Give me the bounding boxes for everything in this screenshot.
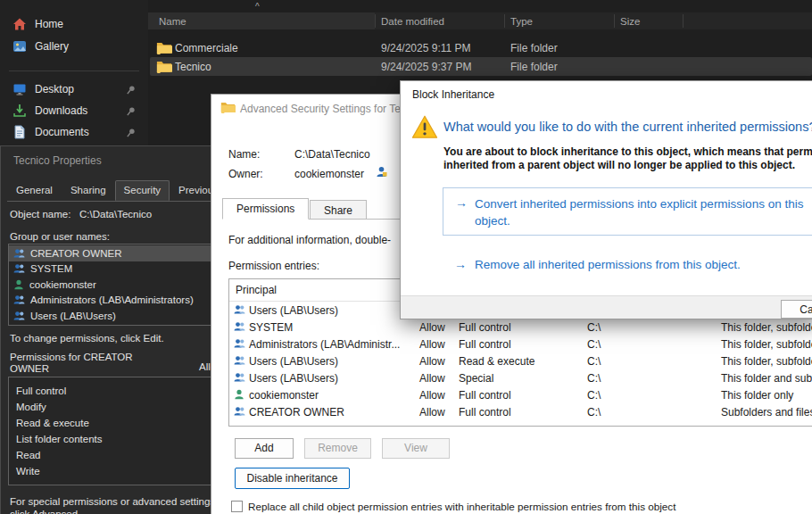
permission-label: Read & execute	[16, 418, 89, 428]
sidebar-item-label: Gallery	[35, 40, 69, 53]
pin-icon	[126, 128, 136, 137]
entry-type: Allow	[419, 338, 445, 351]
file-row-tecnico[interactable]: Tecnico 9/24/2025 9:37 PM File folder	[150, 57, 812, 76]
permission-entry-row[interactable]: CREATOR OWNER Allow Full control C:\ Sub…	[229, 403, 812, 420]
user-icon	[13, 279, 24, 290]
list-item-label: Administrators (LAB\Administrators)	[30, 294, 194, 305]
sidebar-separator	[9, 70, 139, 71]
tab-permissions[interactable]: Permissions	[222, 198, 309, 220]
user-icon	[234, 389, 244, 400]
group-icon	[234, 321, 245, 332]
column-header-size[interactable]: Size	[620, 16, 640, 27]
documents-icon	[12, 125, 27, 139]
convert-permissions-option[interactable]: → Convert inherited permissions into exp…	[443, 187, 812, 236]
entry-access: Special	[459, 372, 493, 385]
entry-applies-to: This folder only	[721, 389, 793, 402]
permission-entry-row[interactable]: Users (LAB\Users) Allow Read & execute C…	[229, 352, 812, 369]
dialog-title: Advanced Security Settings for Tecnico	[240, 103, 426, 115]
sidebar-item-home[interactable]: Home	[4, 13, 144, 35]
tab-security[interactable]: Security	[115, 180, 170, 201]
column-divider[interactable]	[683, 14, 684, 28]
file-date-modified: 9/24/2025 9:37 PM	[381, 61, 471, 73]
group-icon	[234, 355, 245, 366]
entry-access: Full control	[459, 338, 511, 351]
entry-applies-to: This folder and subfo...	[721, 372, 812, 385]
sidebar-item-downloads[interactable]: Downloads	[4, 100, 144, 121]
pin-icon	[126, 106, 136, 116]
entry-access: Full control	[459, 321, 511, 334]
cancel-button[interactable]: Cancel	[781, 300, 812, 319]
column-header-date-modified[interactable]: Date modified	[381, 16, 444, 27]
entry-principal: Users (LAB\Users)	[249, 304, 338, 317]
edit-hint-text: To change permissions, click Edit.	[10, 333, 164, 344]
list-item-label: Users (LAB\Users)	[30, 311, 116, 321]
view-button[interactable]: View	[382, 438, 450, 459]
entry-access: Full control	[459, 406, 511, 419]
sidebar-item-gallery[interactable]: Gallery	[4, 36, 144, 57]
sidebar-item-desktop[interactable]: Desktop	[4, 79, 144, 100]
entry-principal: Users (LAB\Users)	[249, 355, 338, 368]
add-button[interactable]: Add	[235, 438, 294, 459]
column-header-name[interactable]: Name	[159, 16, 186, 27]
tab-sharing[interactable]: Sharing	[62, 180, 115, 201]
name-label: Name:	[228, 148, 260, 161]
owner-value: cookiemonster	[294, 168, 364, 180]
entry-type: Allow	[419, 406, 445, 419]
permission-label: Modify	[16, 402, 46, 412]
remove-button[interactable]: Remove	[304, 438, 371, 459]
tab-general[interactable]: General	[7, 180, 62, 201]
entry-access: Full control	[459, 389, 511, 402]
permission-entries-label: Permission entries:	[228, 260, 319, 272]
permission-entry-row[interactable]: Users (LAB\Users) Allow Special C:\ This…	[229, 369, 812, 386]
entry-inherited-from: C:\	[587, 406, 601, 419]
permission-entry-row[interactable]: SYSTEM Allow Full control C:\ This folde…	[229, 319, 812, 336]
entry-type: Allow	[419, 355, 445, 368]
permission-label: Read	[16, 450, 41, 460]
warning-icon	[411, 115, 438, 139]
downloads-icon	[12, 104, 27, 118]
dialog-title: Tecnico Properties	[13, 154, 102, 167]
group-icon	[13, 294, 25, 305]
entry-principal: cookiemonster	[249, 389, 319, 402]
dialog-heading: What would you like to do with the curre…	[443, 120, 812, 134]
entry-principal: CREATOR OWNER	[249, 406, 344, 419]
permission-entry-row[interactable]: cookiemonster Allow Full control C:\ Thi…	[229, 386, 812, 403]
sidebar-item-label: Desktop	[35, 83, 74, 95]
column-header-principal[interactable]: Principal	[236, 284, 277, 296]
name-value: C:\Data\Tecnico	[294, 148, 370, 161]
group-icon	[13, 263, 25, 274]
file-list-header: ^ Name Date modified Type Size	[148, 12, 812, 29]
sidebar-item-label: Downloads	[35, 104, 87, 117]
pin-icon	[126, 85, 136, 95]
replace-permissions-checkbox[interactable]	[231, 501, 243, 512]
file-row-commerciale[interactable]: Commerciale 9/24/2025 9:11 PM File folde…	[150, 38, 812, 57]
column-divider[interactable]	[504, 14, 505, 28]
permission-entry-row[interactable]: Administrators (LAB\Administr... Allow F…	[229, 336, 812, 352]
owner-label: Owner:	[228, 168, 263, 180]
replace-permissions-label: Replace all child object permission entr…	[248, 501, 675, 512]
object-name-value: C:\Data\Tecnico	[79, 209, 152, 220]
sidebar-item-documents[interactable]: Documents	[4, 121, 144, 143]
column-divider[interactable]	[375, 14, 376, 28]
entry-type: Allow	[419, 389, 445, 402]
column-divider[interactable]	[614, 14, 615, 28]
dialog-footer: Cancel	[401, 295, 812, 319]
entry-type: Allow	[419, 321, 445, 334]
file-name: Commerciale	[175, 42, 238, 54]
gallery-icon	[12, 39, 27, 54]
column-header-type[interactable]: Type	[510, 16, 533, 27]
entry-inherited-from: C:\	[587, 389, 601, 402]
remove-permissions-option[interactable]: → Remove all inherited permissions from …	[454, 256, 741, 273]
arrow-icon: →	[455, 195, 468, 210]
disable-inheritance-button[interactable]: Disable inheritance	[235, 468, 350, 489]
file-date-modified: 9/24/2025 9:11 PM	[381, 42, 471, 54]
entry-inherited-from: C:\	[587, 355, 601, 368]
entry-applies-to: This folder, subfolde...	[721, 355, 812, 368]
sidebar-item-label: Documents	[35, 126, 89, 138]
group-icon	[234, 338, 245, 349]
list-item-label: cookiemonster	[29, 279, 96, 290]
entry-principal: Administrators (LAB\Administr...	[249, 338, 400, 351]
object-name-label: Object name:	[10, 209, 70, 220]
convert-option-label: Convert inherited permissions into expli…	[475, 195, 812, 229]
tab-share[interactable]: Share	[310, 200, 367, 220]
